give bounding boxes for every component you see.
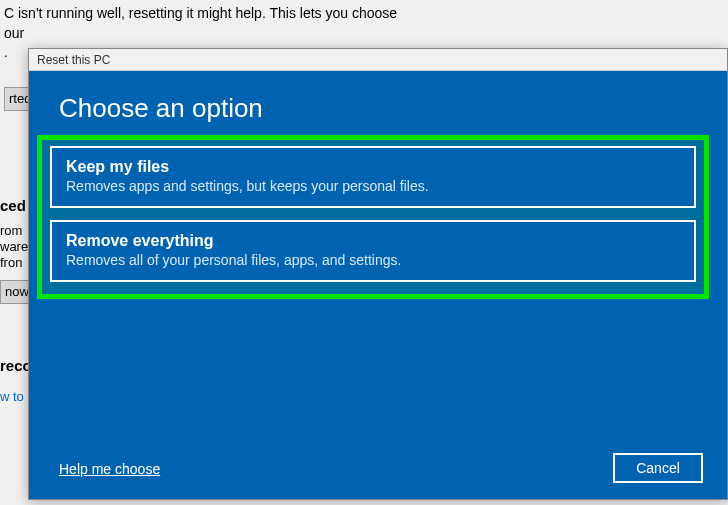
bg-text-line1: C isn't running well, resetting it might…	[4, 4, 724, 24]
option-title: Remove everything	[66, 232, 680, 250]
dialog-titlebar: Reset this PC	[29, 49, 727, 71]
reset-pc-dialog: Reset this PC Choose an option Keep my f…	[28, 48, 728, 500]
help-me-choose-link[interactable]: Help me choose	[59, 461, 160, 477]
option-keep-my-files[interactable]: Keep my files Removes apps and settings,…	[50, 146, 696, 208]
option-remove-everything[interactable]: Remove everything Removes all of your pe…	[50, 220, 696, 282]
bg-text-fron: fron	[0, 254, 30, 272]
bg-link-partial[interactable]: w to	[0, 388, 24, 406]
bg-text-line2: our	[4, 24, 724, 44]
annotation-highlight: Keep my files Removes apps and settings,…	[37, 135, 709, 299]
bg-heading-partial-ced: ced	[0, 195, 26, 216]
bg-heading-partial-reco: reco	[0, 355, 32, 376]
dialog-heading: Choose an option	[29, 71, 727, 124]
dialog-title: Reset this PC	[37, 53, 110, 67]
dialog-body: Choose an option Keep my files Removes a…	[29, 71, 727, 499]
cancel-button[interactable]: Cancel	[613, 453, 703, 483]
option-desc: Removes apps and settings, but keeps you…	[66, 178, 680, 194]
option-title: Keep my files	[66, 158, 680, 176]
option-desc: Removes all of your personal files, apps…	[66, 252, 680, 268]
